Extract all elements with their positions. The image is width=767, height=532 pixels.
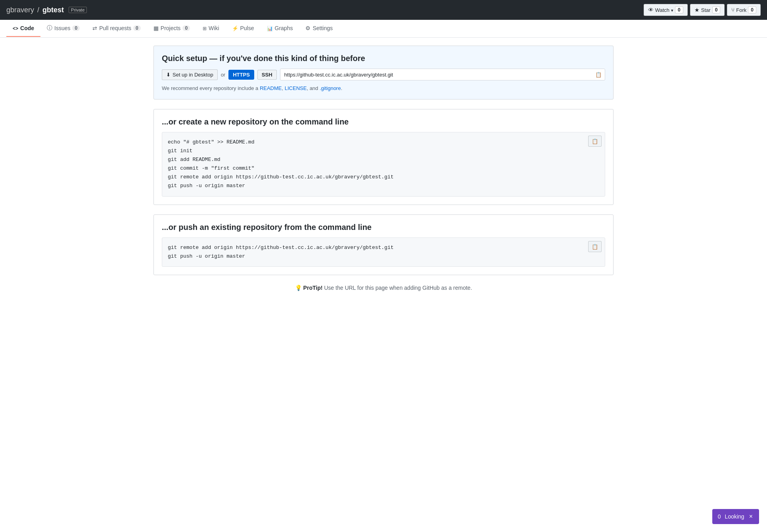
url-input-wrapper (280, 69, 605, 80)
desktop-icon (166, 72, 171, 78)
protip-label: ProTip! (303, 285, 323, 291)
tab-issues[interactable]: Issues 0 (40, 20, 86, 37)
watch-count: 0 (675, 6, 683, 13)
url-copy-button[interactable] (592, 69, 605, 80)
protip-message: Use the URL for this page when adding Gi… (324, 285, 472, 291)
push-copy-icon (592, 243, 598, 250)
quick-setup-box: Quick setup — if you've done this kind o… (153, 46, 614, 100)
setup-desktop-label: Set up in Desktop (173, 72, 213, 78)
wiki-icon (203, 25, 207, 31)
graphs-icon (267, 25, 273, 31)
recommend-prefix: We recommend every repository include a (162, 85, 258, 91)
recommend-and: and (310, 85, 320, 91)
watch-chevron-icon (671, 7, 673, 13)
repo-actions: Watch 0 Star 0 Fork 0 (644, 4, 761, 16)
gitignore-link[interactable]: .gitignore (320, 85, 341, 91)
pr-icon (92, 25, 97, 31)
tab-pulse-label: Pulse (240, 25, 254, 31)
command-copy-icon (592, 138, 598, 144)
ssh-label: SSH (262, 72, 272, 78)
tab-issues-label: Issues (54, 25, 70, 31)
push-section: ...or push an existing repository from t… (153, 214, 614, 275)
tab-pr-label: Pull requests (99, 25, 131, 31)
private-badge: Private (69, 7, 87, 13)
star-button[interactable]: Star 0 (690, 4, 725, 16)
command-line-copy-button[interactable] (588, 136, 602, 147)
fork-label: Fork (736, 7, 746, 13)
tab-code[interactable]: Code (6, 20, 40, 37)
readme-link[interactable]: README (260, 85, 282, 91)
tab-settings-label: Settings (313, 25, 333, 31)
quick-setup-title: Quick setup — if you've done this kind o… (162, 54, 605, 63)
copy-icon (595, 71, 602, 78)
top-bar: gbravery / gbtest Private Watch 0 Star 0… (0, 0, 767, 20)
star-count: 0 (712, 6, 721, 13)
projects-icon (153, 25, 159, 31)
ssh-button[interactable]: SSH (257, 70, 277, 80)
star-label: Star (701, 7, 711, 13)
settings-icon (305, 25, 311, 31)
command-line-code: echo "# gbtest" >> README.md git init gi… (168, 138, 589, 191)
protocol-row: Set up in Desktop or HTTPS SSH (162, 69, 605, 80)
pulse-icon (232, 25, 238, 31)
eye-icon (648, 7, 654, 13)
tab-graphs[interactable]: Graphs (261, 20, 299, 37)
protip: ProTip! Use the URL for this page when a… (153, 285, 614, 291)
push-title: ...or push an existing repository from t… (162, 223, 605, 232)
watch-label: Watch (655, 7, 669, 13)
command-line-code-wrapper: echo "# gbtest" >> README.md git init gi… (162, 132, 605, 197)
repo-title: gbravery / gbtest Private (6, 6, 87, 14)
projects-badge: 0 (182, 25, 190, 31)
recommend-text: We recommend every repository include a … (162, 85, 605, 91)
command-line-title: ...or create a new repository on the com… (162, 117, 605, 126)
repo-owner: gbravery (6, 6, 34, 14)
tab-graphs-label: Graphs (275, 25, 293, 31)
pr-badge: 0 (133, 25, 141, 31)
tabs-bar: Code Issues 0 Pull requests 0 Projects 0… (0, 20, 767, 38)
tab-wiki[interactable]: Wiki (196, 20, 225, 37)
setup-desktop-button[interactable]: Set up in Desktop (162, 69, 218, 80)
star-icon (694, 7, 700, 13)
watch-button[interactable]: Watch 0 (644, 4, 688, 16)
issues-badge: 0 (72, 25, 80, 31)
tab-projects[interactable]: Projects 0 (147, 20, 196, 37)
tab-projects-label: Projects (161, 25, 181, 31)
fork-button[interactable]: Fork 0 (727, 4, 761, 16)
command-line-section: ...or create a new repository on the com… (153, 109, 614, 205)
bulb-icon (295, 285, 302, 291)
tab-wiki-label: Wiki (209, 25, 219, 31)
https-button[interactable]: HTTPS (228, 70, 254, 80)
push-code-wrapper: git remote add origin https://github-tes… (162, 237, 605, 267)
main-content: Quick setup — if you've done this kind o… (146, 46, 621, 291)
repo-name: gbtest (42, 6, 64, 14)
push-code: git remote add origin https://github-tes… (168, 243, 589, 261)
code-icon (13, 25, 18, 31)
push-copy-button[interactable] (588, 241, 602, 252)
tab-pull-requests[interactable]: Pull requests 0 (86, 20, 147, 37)
or-text: or (221, 72, 226, 78)
issues-icon (47, 25, 52, 32)
repo-url-input[interactable] (280, 70, 592, 80)
fork-icon (731, 7, 734, 13)
license-link[interactable]: LICENSE (285, 85, 307, 91)
tab-settings[interactable]: Settings (299, 20, 339, 37)
title-slash: / (37, 6, 39, 14)
fork-count: 0 (748, 6, 756, 13)
tab-code-label: Code (20, 25, 34, 31)
tab-pulse[interactable]: Pulse (226, 20, 261, 37)
https-label: HTTPS (233, 72, 250, 78)
